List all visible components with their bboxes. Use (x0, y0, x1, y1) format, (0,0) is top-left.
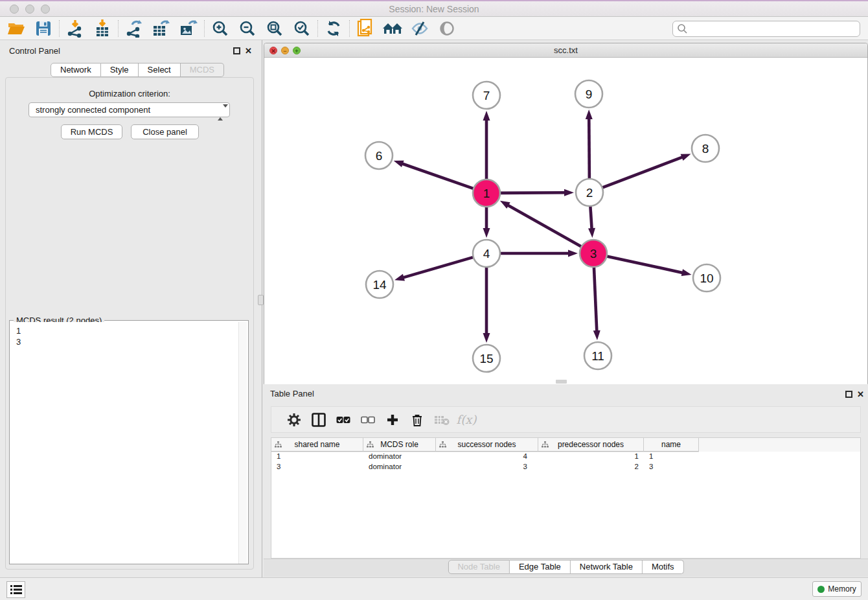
export-image-icon (179, 19, 198, 38)
search-box (672, 21, 860, 37)
tab-network[interactable]: Network (51, 63, 101, 77)
export-network-icon (126, 19, 143, 38)
zoom-in-button[interactable] (207, 18, 234, 39)
control-panel-close-icon[interactable]: ✕ (245, 46, 252, 56)
import-network-button[interactable] (62, 18, 89, 39)
table-settings-button[interactable] (282, 410, 306, 430)
first-neighbors-button[interactable] (379, 18, 406, 39)
network-resize-handle[interactable] (556, 380, 567, 384)
open-session-button[interactable] (3, 18, 30, 39)
toolbar-separator (349, 20, 350, 37)
task-history-button[interactable] (6, 581, 25, 598)
refresh-icon (325, 20, 342, 37)
export-table-button[interactable] (148, 18, 175, 39)
tab-select[interactable]: Select (139, 63, 181, 77)
tab-edge-table[interactable]: Edge Table (510, 560, 571, 574)
memory-button[interactable]: Memory (812, 581, 862, 597)
graph-edge-1-6[interactable] (402, 163, 474, 189)
show-all-button[interactable] (433, 18, 461, 39)
graph-edge-3-1[interactable] (507, 205, 581, 247)
tab-node-table[interactable]: Node Table (448, 560, 510, 574)
mcds-result-item: 1 (16, 325, 240, 336)
graph-edge-2-8[interactable] (602, 157, 683, 187)
select-all-columns-button[interactable] (331, 410, 356, 430)
tab-mcds[interactable]: MCDS (181, 63, 224, 77)
result-scrollbar[interactable] (238, 322, 247, 564)
search-input[interactable] (688, 23, 860, 36)
column-label: MCDS role (380, 440, 418, 449)
graph-edge-2-9[interactable] (589, 118, 589, 179)
graph-edge-4-14[interactable] (403, 257, 474, 278)
graph-node-label-2: 2 (586, 186, 593, 200)
cell-predecessor-nodes: 1 (538, 452, 644, 462)
graph-edge-1-2[interactable] (500, 192, 565, 193)
run-mcds-button[interactable]: Run MCDS (61, 124, 122, 139)
network-close-button[interactable]: ✕ (269, 47, 277, 54)
cell-name: 1 (644, 452, 699, 462)
graph-edge-arrowhead (483, 333, 490, 343)
cell-mcds-role: dominator (363, 462, 436, 472)
node-table[interactable]: shared name MCDS role successor nodes pr… (271, 437, 861, 559)
tab-network-table[interactable]: Network Table (571, 560, 643, 574)
table-toolbar: f(x) (271, 406, 861, 433)
graph-edge-2-3[interactable] (590, 206, 591, 229)
import-network-icon (67, 19, 84, 38)
unselect-all-columns-button[interactable] (356, 410, 380, 430)
table-panel-close-icon[interactable]: ✕ (857, 389, 864, 399)
network-maximize-button[interactable]: + (293, 47, 301, 54)
new-network-from-selection-button[interactable] (352, 18, 379, 39)
column-header-name[interactable]: name (644, 438, 699, 452)
zoom-selected-button[interactable] (288, 18, 315, 39)
refresh-button[interactable] (320, 18, 347, 39)
graph-node-label-7: 7 (483, 89, 490, 102)
graph-edge-arrowhead (681, 154, 691, 161)
table-row[interactable]: 1 dominator 4 1 1 (271, 452, 860, 462)
column-header-shared-name[interactable]: shared name (271, 438, 363, 452)
table-panel-title: Table Panel (270, 389, 314, 398)
checked-boxes-icon (336, 416, 350, 424)
graph-edge-arrowhead (568, 250, 578, 257)
tab-style[interactable]: Style (101, 63, 139, 77)
create-column-button[interactable] (380, 410, 405, 430)
control-panel-float-icon[interactable] (233, 47, 240, 54)
export-network-button[interactable] (120, 18, 148, 39)
cell-predecessor-nodes: 2 (538, 462, 644, 472)
column-header-predecessor-nodes[interactable]: predecessor nodes (538, 438, 644, 452)
panel-divider-handle[interactable] (258, 295, 264, 305)
optimization-criterion-select[interactable]: strongly connected component (29, 102, 230, 117)
graph-edge-3-11[interactable] (594, 267, 597, 332)
zoom-out-button[interactable] (234, 18, 261, 39)
export-table-icon (153, 19, 170, 38)
table-row[interactable]: 3 dominator 3 2 3 (271, 462, 860, 472)
show-column-button[interactable] (306, 410, 331, 430)
network-window-titlebar[interactable]: ✕ − + scc.txt (264, 43, 867, 58)
delete-columns-button[interactable] (405, 410, 429, 430)
hide-selected-button[interactable] (406, 18, 433, 39)
graph-node-label-1: 1 (483, 187, 490, 200)
export-image-button[interactable] (175, 18, 202, 39)
cell-successor-nodes: 4 (436, 452, 538, 462)
mcds-result-list[interactable]: 1 3 (11, 322, 240, 564)
window-zoom-button[interactable] (41, 5, 50, 14)
network-canvas-svg[interactable]: 1234678910111415 (264, 58, 867, 384)
trash-icon (411, 413, 423, 426)
zoom-fit-button[interactable] (261, 18, 288, 39)
table-panel-float-icon[interactable] (845, 391, 852, 398)
network-minimize-button[interactable]: − (281, 47, 289, 54)
tab-motifs[interactable]: Motifs (643, 560, 684, 574)
status-bar: Memory (0, 577, 868, 600)
eye-icon (439, 21, 455, 36)
column-header-mcds-role[interactable]: MCDS role (363, 438, 436, 452)
toolbar-separator (118, 20, 119, 37)
window-minimize-button[interactable] (25, 5, 34, 14)
window-close-button[interactable] (10, 5, 19, 14)
graph-node-label-10: 10 (700, 271, 713, 285)
optimization-criterion-value: strongly connected component (36, 105, 150, 115)
import-table-button[interactable] (89, 18, 116, 39)
column-label: predecessor nodes (558, 440, 624, 449)
close-panel-button[interactable]: Close panel (131, 124, 199, 139)
column-header-successor-nodes[interactable]: successor nodes (436, 438, 538, 452)
hierarchy-icon (275, 441, 282, 448)
graph-edge-3-10[interactable] (607, 256, 683, 273)
save-session-button[interactable] (30, 18, 57, 39)
